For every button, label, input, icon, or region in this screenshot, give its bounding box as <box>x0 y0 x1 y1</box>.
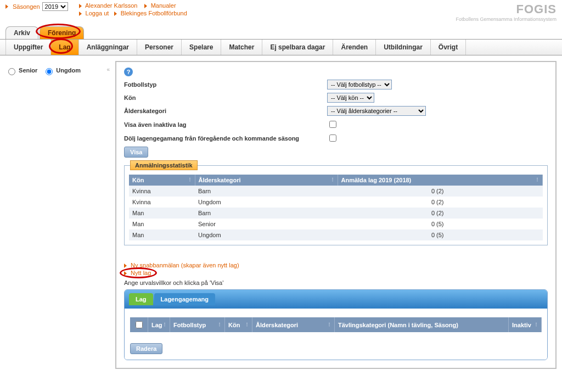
tab-forening-label: Förening <box>48 29 76 37</box>
subnav: Uppgifter Lag Anläggningar Personer Spel… <box>0 39 562 55</box>
subnav-personer[interactable]: Personer <box>137 40 182 55</box>
breadcrumb-manualer[interactable]: Manualer <box>151 2 176 9</box>
lag-th-checkbox[interactable] <box>130 317 148 332</box>
arrow-icon <box>124 271 127 276</box>
sub-tab-lagengagemang[interactable]: Lagengagemang <box>154 293 215 305</box>
alder-label: Ålderskategori <box>124 108 327 114</box>
table-row: KvinnaUngdom0 (2) <box>129 197 543 208</box>
stats-table: Kön⋮ Ålderskategori⋮ Anmälda lag 2019 (2… <box>129 175 543 240</box>
table-row: ManSenior0 (5) <box>129 219 543 229</box>
alder-select[interactable]: -- Välj ålderskategorier -- <box>327 106 426 116</box>
table-row: ManUngdom0 (5) <box>129 229 543 240</box>
season-label: Säsongen <box>13 3 40 10</box>
lag-th-lag[interactable]: Lag⋮ <box>148 317 170 332</box>
app-title: FOGIS <box>456 2 557 16</box>
kon-select[interactable]: -- Välj kön -- <box>327 93 374 103</box>
subnav-ej-spelbara[interactable]: Ej spelbara dagar <box>262 40 333 55</box>
visa-inaktiva-label: Visa även inaktiva lag <box>124 121 327 128</box>
subnav-matcher[interactable]: Matcher <box>221 40 262 55</box>
lag-th-tavling[interactable]: Tävlingskategori (Namn i tävling, Säsong… <box>335 317 509 332</box>
table-row: ManBarn0 (2) <box>129 208 543 219</box>
arrow-icon <box>79 4 82 8</box>
arrow-icon <box>114 12 117 16</box>
dolj-lagengagemang-checkbox[interactable] <box>329 135 336 142</box>
stats-fieldset: Anmälningsstatistik Kön⋮ Ålderskategori⋮… <box>124 165 548 245</box>
stats-th-anmalda[interactable]: Anmälda lag 2019 (2018)⋮ <box>338 175 543 186</box>
radio-senior-label[interactable]: Senior <box>5 66 37 75</box>
stats-th-alder[interactable]: Ålderskategori⋮ <box>195 175 338 186</box>
lag-th-alder[interactable]: Ålderskategori⋮ <box>252 317 335 332</box>
visa-inaktiva-checkbox[interactable] <box>329 121 336 128</box>
arrow-icon <box>79 12 82 16</box>
fotbollstyp-select[interactable]: -- Välj fotbollstyp -- <box>327 80 392 89</box>
table-row: KvinnaBarn0 (2) <box>129 186 543 197</box>
lag-table: Lag⋮ Fotbollstyp⋮ Kön⋮ Ålderskategori⋮ T… <box>130 317 542 332</box>
arrow-icon <box>124 264 127 268</box>
sub-tab-lag[interactable]: Lag <box>129 293 153 305</box>
radio-ungdom-label[interactable]: Ungdom <box>43 66 81 75</box>
visa-button[interactable]: Visa <box>124 147 148 158</box>
collapse-chevron-icon[interactable]: « <box>106 66 110 72</box>
subnav-spelare[interactable]: Spelare <box>182 40 221 55</box>
subnav-arenden[interactable]: Ärenden <box>333 40 376 55</box>
tab-forening[interactable]: Förening <box>40 26 84 39</box>
select-all-checkbox[interactable] <box>136 321 143 328</box>
subnav-uppgifter[interactable]: Uppgifter <box>5 40 51 55</box>
app-subtitle: Fotbollens Gemensamma Informationssystem <box>456 16 557 22</box>
lag-th-kon[interactable]: Kön⋮ <box>225 317 252 332</box>
radio-ungdom[interactable] <box>46 68 53 75</box>
lag-th-fotbollstyp[interactable]: Fotbollstyp⋮ <box>170 317 225 332</box>
ny-snabbanmalan-link[interactable]: Ny snabbanmälan (skapar även nytt lag) <box>131 262 239 268</box>
logout-link[interactable]: Logga ut <box>86 10 109 16</box>
nytt-lag-link[interactable]: Nytt lag <box>131 270 151 276</box>
fotbollstyp-label: Fotbollstyp <box>124 81 327 88</box>
subnav-ovrigt[interactable]: Övrigt <box>431 40 466 55</box>
lag-th-inaktiv[interactable]: Inaktiv⋮ <box>509 317 542 332</box>
subnav-utbildningar[interactable]: Utbildningar <box>376 40 431 55</box>
stats-legend: Anmälningsstatistik <box>130 160 198 170</box>
arrow-icon <box>144 4 147 8</box>
radio-senior[interactable] <box>8 68 15 75</box>
tab-arkiv[interactable]: Arkiv <box>5 26 38 39</box>
subnav-lag[interactable]: Lag <box>51 40 78 55</box>
subnav-lag-label: Lag <box>59 43 70 51</box>
subnav-anlaggningar[interactable]: Anläggningar <box>79 40 137 55</box>
kon-label: Kön <box>124 94 327 101</box>
radera-button[interactable]: Radera <box>130 343 162 354</box>
season-select[interactable]: 2019 <box>42 2 68 11</box>
breadcrumb-user[interactable]: Alexander Karlsson <box>85 2 137 9</box>
hint-text: Ange urvalsvillkor och klicka på 'Visa' <box>124 279 548 286</box>
breadcrumb-forbund[interactable]: Blekinges Fotbollförbund <box>121 10 187 16</box>
arrow-icon <box>5 4 8 9</box>
help-icon[interactable]: ? <box>124 68 133 76</box>
stats-th-kon[interactable]: Kön⋮ <box>129 175 195 186</box>
dolj-lagengagemang-label: Dölj lagengegamang från föregående och k… <box>124 135 327 142</box>
